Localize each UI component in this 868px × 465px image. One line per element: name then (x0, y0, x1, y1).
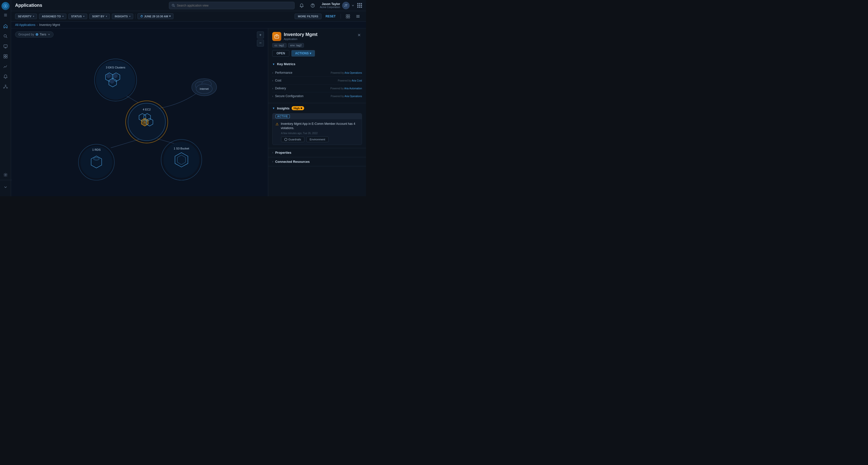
insights-header[interactable]: ▼ Insights High (268, 103, 366, 113)
reset-filter-btn[interactable]: RESET (323, 13, 338, 19)
chevron-down-icon: ▾ (33, 15, 34, 18)
grouped-by-control[interactable]: Grouped by Tiers (15, 31, 54, 37)
guardrails-btn[interactable]: Guardrails (281, 137, 304, 142)
topnav-right: Jason Taylor Acme Corporation JT (298, 1, 362, 9)
user-profile[interactable]: Jason Taylor Acme Corporation JT (320, 2, 354, 9)
chevron-down-icon: ▾ (129, 15, 130, 18)
help-icon (310, 3, 315, 8)
severity-filter[interactable]: SEVERITY ▾ (15, 13, 37, 19)
apps-grid-btn[interactable] (357, 3, 362, 8)
svg-text:1 RDS: 1 RDS (92, 148, 101, 151)
sidebar-item-monitor[interactable] (1, 42, 10, 51)
sidebar-item-grid[interactable] (1, 52, 10, 61)
insight-active-bar: ACTIVE (273, 114, 362, 119)
chevron-down-icon (352, 4, 354, 7)
insight-time: A few minutes ago, Tue 26, 2022 (281, 132, 359, 135)
insights-section: ▼ Insights High ACTIVE (268, 103, 366, 148)
view-list-btn[interactable] (354, 12, 362, 20)
breadcrumb: All Applications › Inventory Mgmt (11, 22, 366, 28)
app-logo[interactable] (1, 2, 9, 10)
rp-header-area: Inventory Mgmt Application ✕ cc: tag1 en… (268, 28, 366, 59)
left-sidebar (0, 0, 11, 196)
metric-powered-text: Powered by Aria Automation (330, 87, 362, 90)
chevron-down-icon: ▼ (272, 107, 275, 110)
topology-toolbar: Grouped by Tiers (15, 31, 54, 37)
metric-secure-config: › Secure Configuration Powered by Aria O… (272, 92, 362, 100)
zoom-controls: + − (257, 31, 264, 47)
sort-by-filter[interactable]: SORT BY ▾ (89, 13, 110, 19)
svg-rect-15 (346, 14, 348, 16)
key-metrics-section: ▼ Key Metrics › Performance Powered by A… (268, 59, 366, 103)
insight-text-row: ⚠ Inventory Mgmt App in E-Comm Member Ac… (276, 122, 359, 130)
shield-icon (284, 138, 287, 141)
help-btn[interactable] (309, 1, 317, 9)
metric-powered-text: Powered by Aria Operations (331, 71, 362, 74)
expand-icon[interactable]: › (272, 95, 273, 98)
key-metrics-header[interactable]: ▼ Key Metrics (268, 59, 366, 69)
right-panel: Inventory Mgmt Application ✕ cc: tag1 en… (268, 28, 366, 196)
connected-resources-header[interactable]: › Connected Resources (268, 157, 366, 166)
key-metrics-content: › Performance Powered by Aria Operations… (268, 69, 366, 103)
breadcrumb-all-apps[interactable]: All Applications (15, 23, 35, 27)
properties-header[interactable]: › Properties (268, 148, 366, 157)
rp-close-btn[interactable]: ✕ (356, 32, 362, 38)
svg-point-14 (313, 6, 313, 7)
svg-rect-4 (4, 55, 5, 56)
expand-icon[interactable]: › (272, 71, 273, 74)
page-title: Applications (15, 3, 169, 8)
expand-icon[interactable]: › (272, 87, 273, 90)
sidebar-collapse-btn[interactable] (2, 12, 9, 18)
chevron-down-icon: ▾ (83, 15, 85, 18)
search-bar[interactable] (169, 2, 294, 9)
connected-resources-title: Connected Resources (275, 160, 362, 164)
connected-resources-section: › Connected Resources (268, 157, 366, 166)
avatar: JT (342, 2, 350, 9)
rp-title-area: Inventory Mgmt Application (284, 32, 353, 40)
zoom-out-btn[interactable]: − (257, 39, 264, 47)
zoom-in-btn[interactable]: + (257, 31, 264, 38)
date-filter[interactable]: ⏱ JUNE 29 10:30 AM ▾ (137, 13, 174, 19)
rp-actions: OPEN ACTIONS ▾ (272, 50, 362, 57)
sidebar-item-search[interactable] (1, 32, 10, 41)
notifications-btn[interactable] (298, 1, 306, 9)
chevron-down-icon: ▾ (310, 52, 311, 55)
svg-point-8 (5, 85, 6, 86)
more-filters-btn[interactable]: MORE FILTERS (294, 13, 321, 19)
sidebar-collapse-bottom[interactable] (1, 183, 10, 192)
sidebar-item-chart[interactable] (1, 62, 10, 71)
view-separator (341, 14, 341, 19)
svg-point-10 (6, 87, 7, 88)
svg-text:⚠: ⚠ (144, 121, 146, 123)
sidebar-item-bell[interactable] (1, 72, 10, 81)
svg-text:Internet: Internet (200, 88, 209, 90)
sidebar-item-settings[interactable] (1, 170, 10, 179)
status-filter[interactable]: STATUS ▾ (68, 13, 87, 19)
insight-alert-text: Inventory Mgmt App in E-Comm Member Acco… (281, 122, 359, 130)
chevron-down-icon: ▾ (62, 15, 64, 18)
sidebar-item-network[interactable] (1, 82, 10, 91)
tier-label: Tiers (40, 33, 46, 36)
metric-delivery: › Delivery Powered by Aria Automation (272, 85, 362, 92)
list-view-icon (356, 14, 360, 18)
warning-icon: ⚠ (276, 122, 279, 126)
search-input[interactable] (177, 4, 292, 7)
assigned-to-filter[interactable]: ASSIGNED TO ▾ (39, 13, 66, 19)
environment-btn[interactable]: Environment (306, 137, 329, 142)
svg-point-11 (5, 174, 6, 176)
svg-rect-16 (348, 14, 350, 16)
clock-icon: ⏱ (140, 15, 143, 18)
expand-icon[interactable]: › (272, 79, 273, 82)
view-grid-btn[interactable] (344, 12, 352, 20)
filter-separator (135, 14, 135, 19)
sidebar-item-home[interactable] (1, 22, 10, 31)
breadcrumb-separator: › (37, 24, 38, 26)
insight-card: ACTIVE ⚠ Inventory Mgmt App in E-Comm Me… (272, 113, 362, 145)
rp-open-btn[interactable]: OPEN (272, 50, 289, 57)
user-company: Acme Corporation (320, 6, 340, 8)
user-info-text: Jason Taylor Acme Corporation (320, 2, 340, 8)
metric-cost: › Cost Powered by Aria Cost (272, 77, 362, 85)
grid-view-icon (346, 14, 350, 18)
insights-filter[interactable]: INSIGHTS ▾ (112, 13, 133, 19)
rp-actions-btn[interactable]: ACTIONS ▾ (291, 50, 315, 57)
chevron-down-icon: ▾ (106, 15, 107, 18)
